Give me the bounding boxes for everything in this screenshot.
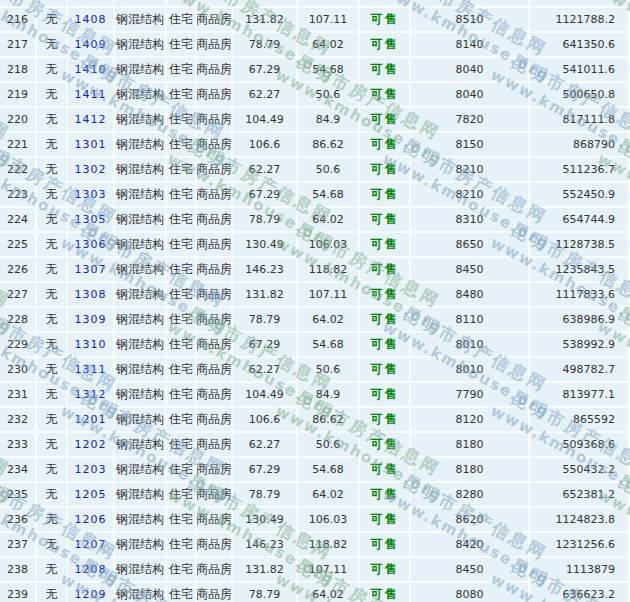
- cell-area-gross: 78.79: [233, 33, 298, 56]
- cell-area-net: 84.9: [298, 383, 360, 406]
- cell-use: 住宅: [167, 333, 197, 356]
- room-number-link[interactable]: 1306: [68, 233, 115, 256]
- cell-seq: 229: [0, 333, 37, 356]
- room-number-link-text[interactable]: 1408: [75, 13, 107, 26]
- cell-area-gross: 67.29: [233, 333, 298, 356]
- room-number-link-text[interactable]: 1409: [75, 38, 107, 51]
- room-number-link[interactable]: 1301: [68, 133, 115, 156]
- cell-area-net: 54.68: [298, 183, 360, 206]
- cell-use: 住宅: [167, 458, 197, 481]
- room-number-link[interactable]: 1412: [68, 108, 115, 131]
- cell-empty: [115, 0, 167, 6]
- table-row: 218无1410钢混结构住宅商品房67.2954.68可售8040541011.…: [0, 58, 630, 83]
- cell-area-net: 84.9: [298, 108, 360, 131]
- table-row: 221无1301钢混结构住宅商品房106.686.62可售8150868790: [0, 133, 630, 158]
- cell-tag: 无: [37, 558, 68, 581]
- room-number-link[interactable]: 1307: [68, 258, 115, 281]
- room-number-link-text[interactable]: 1411: [75, 88, 107, 101]
- room-number-link-text[interactable]: 1201: [75, 413, 107, 426]
- room-number-link[interactable]: 1206: [68, 508, 115, 531]
- status-badge-text: 可售: [371, 561, 399, 578]
- room-number-link[interactable]: 1310: [68, 333, 115, 356]
- room-number-link-text[interactable]: 1311: [75, 363, 107, 376]
- room-number-link[interactable]: 1302: [68, 158, 115, 181]
- room-number-link-text[interactable]: 1305: [75, 213, 107, 226]
- cell-type: 商品房: [197, 433, 233, 456]
- cell-total-price: 1128738.5: [530, 233, 630, 256]
- cell-empty: [360, 0, 411, 6]
- cell-type: 商品房: [197, 83, 233, 106]
- cell-type: 商品房: [197, 283, 233, 306]
- room-number-link-text[interactable]: 1310: [75, 338, 107, 351]
- room-number-link-text[interactable]: 1303: [75, 188, 107, 201]
- cell-structure: 钢混结构: [115, 483, 167, 506]
- cell-area-net: 106.03: [298, 233, 360, 256]
- room-number-link-text[interactable]: 1205: [75, 488, 107, 501]
- room-number-link-text[interactable]: 1308: [75, 288, 107, 301]
- cell-area-gross: 131.82: [233, 558, 298, 581]
- cell-tag: 无: [37, 483, 68, 506]
- room-number-link[interactable]: 1207: [68, 533, 115, 556]
- room-number-link-text[interactable]: 1307: [75, 263, 107, 276]
- room-number-link[interactable]: 1312: [68, 383, 115, 406]
- status-badge: 可售: [360, 258, 411, 281]
- room-number-link-text[interactable]: 1302: [75, 163, 107, 176]
- cell-type: 商品房: [197, 208, 233, 231]
- cell-type: 商品房: [197, 358, 233, 381]
- room-number-link[interactable]: 1408: [68, 8, 115, 31]
- status-badge: 可售: [360, 33, 411, 56]
- room-number-link[interactable]: 1411: [68, 83, 115, 106]
- room-number-link[interactable]: 1201: [68, 408, 115, 431]
- status-badge: 可售: [360, 558, 411, 581]
- cell-type: 商品房: [197, 158, 233, 181]
- room-number-link[interactable]: 1209: [68, 583, 115, 602]
- cell-unit-price: 8510: [411, 8, 530, 31]
- room-number-link-text[interactable]: 1412: [75, 113, 107, 126]
- room-number-link[interactable]: 1203: [68, 458, 115, 481]
- room-number-link-text[interactable]: 1309: [75, 313, 107, 326]
- cell-tag: 无: [37, 108, 68, 131]
- room-number-link-text[interactable]: 1306: [75, 238, 107, 251]
- room-number-link[interactable]: 1410: [68, 58, 115, 81]
- room-number-link[interactable]: 1311: [68, 358, 115, 381]
- room-number-link[interactable]: 1208: [68, 558, 115, 581]
- room-number-link-text[interactable]: 1208: [75, 563, 107, 576]
- room-number-link[interactable]: 1309: [68, 308, 115, 331]
- room-number-link-text[interactable]: 1209: [75, 588, 107, 601]
- cell-total-price: 500650.8: [530, 83, 630, 106]
- status-badge: 可售: [360, 408, 411, 431]
- status-badge-text: 可售: [371, 386, 399, 403]
- cell-type: 商品房: [197, 333, 233, 356]
- cell-area-net: 54.68: [298, 458, 360, 481]
- room-number-link-text[interactable]: 1207: [75, 538, 107, 551]
- status-badge-text: 可售: [371, 111, 399, 128]
- room-number-link-text[interactable]: 1301: [75, 138, 107, 151]
- cell-structure: 钢混结构: [115, 558, 167, 581]
- room-number-link[interactable]: 1205: [68, 483, 115, 506]
- room-number-link[interactable]: 1409: [68, 33, 115, 56]
- cell-total-price: 538992.9: [530, 333, 630, 356]
- room-number-link-text[interactable]: 1312: [75, 388, 107, 401]
- room-number-link[interactable]: 1202: [68, 433, 115, 456]
- room-number-link-text[interactable]: 1206: [75, 513, 107, 526]
- cell-tag: 无: [37, 308, 68, 331]
- room-number-link-text[interactable]: 1203: [75, 463, 107, 476]
- status-badge-text: 可售: [371, 361, 399, 378]
- table-row: 239无1209钢混结构住宅商品房78.7964.02可售8080636623.…: [0, 583, 630, 602]
- cell-area-gross: 104.49: [233, 108, 298, 131]
- room-number-link[interactable]: 1308: [68, 283, 115, 306]
- cell-seq: 225: [0, 233, 37, 256]
- room-number-link[interactable]: 1303: [68, 183, 115, 206]
- cell-total-price: 509368.6: [530, 433, 630, 456]
- cell-total-price: 865592: [530, 408, 630, 431]
- status-badge-text: 可售: [371, 286, 399, 303]
- cell-tag: 无: [37, 133, 68, 156]
- cell-unit-price: 8110: [411, 308, 530, 331]
- room-number-link-text[interactable]: 1410: [75, 63, 107, 76]
- room-number-link-text[interactable]: 1202: [75, 438, 107, 451]
- room-number-link[interactable]: 1305: [68, 208, 115, 231]
- cell-structure: 钢混结构: [115, 208, 167, 231]
- status-badge-text: 可售: [371, 211, 399, 228]
- cell-unit-price: 8280: [411, 483, 530, 506]
- cell-area-net: 118.82: [298, 258, 360, 281]
